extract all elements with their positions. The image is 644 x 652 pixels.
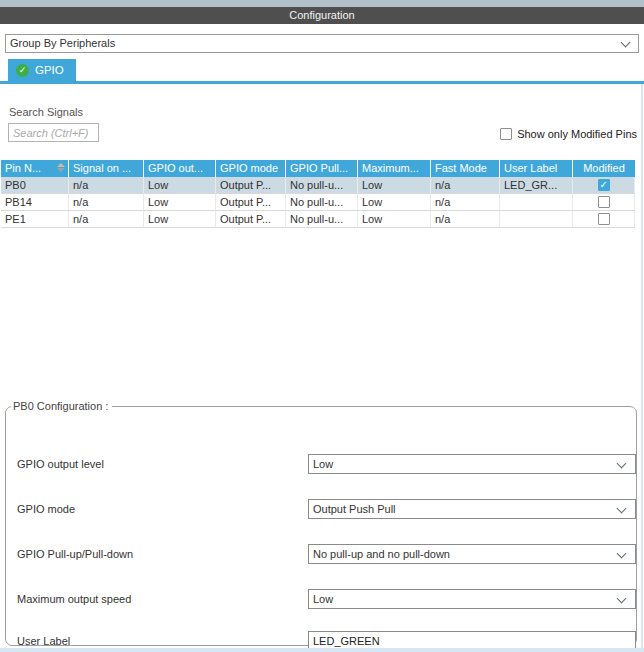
- cell-signal: n/a: [69, 194, 144, 211]
- max-output-speed-select[interactable]: Low: [308, 589, 636, 609]
- table-row-pe1[interactable]: PE1 n/a Low Output P... No pull-u... Low…: [1, 211, 635, 228]
- cell-user-label: [500, 211, 573, 228]
- field-gpio-output-level: GPIO output level Low: [6, 454, 636, 474]
- column-header-gpio-mode[interactable]: GPIO mode: [216, 160, 286, 177]
- table-row-pb14[interactable]: PB14 n/a Low Output P... No pull-u... Lo…: [1, 194, 635, 211]
- tab-gpio-label: GPIO: [35, 64, 64, 76]
- cell-pin: PE1: [1, 211, 69, 228]
- cell-gpio-pull: No pull-u...: [286, 177, 358, 194]
- cell-gpio-pull: No pull-u...: [286, 194, 358, 211]
- column-header-pin[interactable]: Pin N...: [1, 160, 69, 177]
- cell-fast-mode: n/a: [431, 211, 500, 228]
- cell-modified: [573, 211, 635, 228]
- column-header-user-label[interactable]: User Label: [500, 160, 573, 177]
- gpio-output-level-select[interactable]: Low: [308, 454, 636, 474]
- modified-checkbox[interactable]: ✓: [598, 179, 610, 191]
- bottom-strip: [0, 648, 644, 652]
- show-only-modified-label: Show only Modified Pins: [517, 128, 637, 140]
- field-gpio-pull: GPIO Pull-up/Pull-down No pull-up and no…: [6, 544, 636, 564]
- column-header-max-speed[interactable]: Maximum...: [358, 160, 431, 177]
- search-input[interactable]: [8, 123, 99, 142]
- column-header-gpio-pull[interactable]: GPIO Pull...: [286, 160, 358, 177]
- max-output-speed-label: Maximum output speed: [17, 589, 131, 609]
- cell-max-speed: Low: [358, 211, 431, 228]
- group-by-select[interactable]: Group By Peripherals: [5, 34, 639, 53]
- gpio-mode-select[interactable]: Output Push Pull: [308, 499, 636, 519]
- cell-gpio-mode: Output P...: [216, 177, 286, 194]
- table-row-pb0[interactable]: PB0 n/a Low Output P... No pull-u... Low…: [1, 177, 635, 194]
- cell-gpio-mode: Output P...: [216, 211, 286, 228]
- cell-user-label: [500, 194, 573, 211]
- sort-icon[interactable]: [57, 163, 65, 172]
- gpio-mode-label: GPIO mode: [17, 499, 75, 519]
- check-circle-icon: ✓: [16, 64, 29, 77]
- tab-underline: [0, 81, 644, 84]
- group-by-value: Group By Peripherals: [6, 35, 638, 52]
- check-icon: ✓: [600, 179, 608, 191]
- field-gpio-mode: GPIO mode Output Push Pull: [6, 499, 636, 519]
- cell-signal: n/a: [69, 177, 144, 194]
- cell-gpio-mode: Output P...: [216, 194, 286, 211]
- cell-fast-mode: n/a: [431, 194, 500, 211]
- pb0-configuration-group: PB0 Configuration : GPIO output level Lo…: [5, 400, 637, 646]
- cell-pin: PB14: [1, 194, 69, 211]
- gpio-output-level-label: GPIO output level: [17, 454, 104, 474]
- cell-modified: ✓: [573, 177, 635, 194]
- show-only-modified-checkbox[interactable]: [500, 128, 512, 140]
- cell-gpio-pull: No pull-u...: [286, 211, 358, 228]
- cell-pin: PB0: [1, 177, 69, 194]
- cell-gpio-output: Low: [144, 194, 216, 211]
- column-header-modified[interactable]: Modified: [573, 160, 635, 177]
- cell-gpio-output: Low: [144, 177, 216, 194]
- column-header-signal[interactable]: Signal on ...: [69, 160, 144, 177]
- cell-max-speed: Low: [358, 177, 431, 194]
- modified-checkbox[interactable]: [598, 213, 610, 225]
- pb0-configuration-legend: PB0 Configuration :: [11, 400, 112, 412]
- search-signals-label: Search Signals: [9, 106, 83, 118]
- gpio-pull-label: GPIO Pull-up/Pull-down: [17, 544, 133, 564]
- cell-signal: n/a: [69, 211, 144, 228]
- column-header-fast-mode[interactable]: Fast Mode: [431, 160, 500, 177]
- tab-gpio[interactable]: ✓ GPIO: [8, 59, 76, 81]
- table-header-row: Pin N... Signal on ... GPIO out... GPIO …: [1, 160, 635, 177]
- field-max-output-speed: Maximum output speed Low: [6, 589, 636, 609]
- cell-gpio-output: Low: [144, 211, 216, 228]
- cell-max-speed: Low: [358, 194, 431, 211]
- cell-modified: [573, 194, 635, 211]
- configuration-pane: Configuration Group By Peripherals ✓ GPI…: [0, 0, 644, 652]
- column-header-gpio-output[interactable]: GPIO out...: [144, 160, 216, 177]
- cell-fast-mode: n/a: [431, 177, 500, 194]
- pins-table: Pin N... Signal on ... GPIO out... GPIO …: [1, 160, 635, 228]
- window-top-strip: [0, 0, 644, 7]
- right-splitter[interactable]: [641, 84, 643, 652]
- show-only-modified[interactable]: Show only Modified Pins: [500, 128, 637, 140]
- cell-user-label: LED_GR...: [500, 177, 573, 194]
- modified-checkbox[interactable]: [598, 196, 610, 208]
- pane-title: Configuration: [0, 7, 644, 24]
- gpio-pull-select[interactable]: No pull-up and no pull-down: [308, 544, 636, 564]
